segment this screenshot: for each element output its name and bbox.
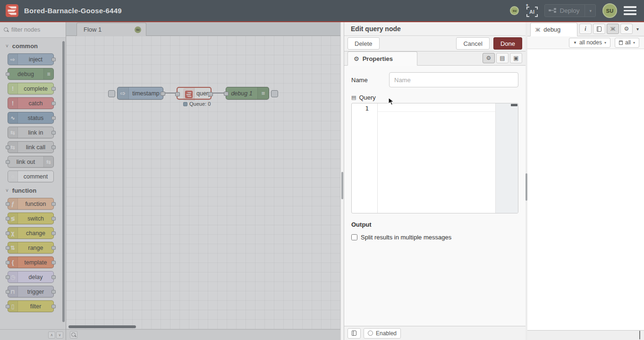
split-results-checkbox[interactable] bbox=[351, 234, 357, 240]
timestamp-icon: ⇨ bbox=[118, 87, 129, 99]
status-icon: ∿ bbox=[8, 112, 18, 123]
comment-icon: ○ bbox=[8, 171, 18, 182]
tab-description-button[interactable]: ▤ bbox=[496, 53, 508, 63]
output-port[interactable] bbox=[161, 92, 165, 96]
deploy-dropdown-chevron-icon[interactable]: ▾ bbox=[588, 8, 592, 13]
sidebar-config-button[interactable]: ⚙ bbox=[620, 24, 633, 34]
sidebar-info-button[interactable]: i bbox=[579, 24, 592, 34]
flow-node-query[interactable]: queryQueue: 0 bbox=[177, 87, 212, 100]
tab-properties-button[interactable]: ⚙ bbox=[483, 53, 495, 63]
palette-search[interactable] bbox=[0, 22, 66, 38]
palette-node-status[interactable]: ∿status bbox=[8, 112, 54, 124]
sidebar-help-button[interactable] bbox=[593, 24, 605, 34]
clear-all-label: all bbox=[625, 39, 631, 46]
palette-node-catch[interactable]: !catch bbox=[8, 97, 54, 109]
flow-node-label: debug 1 bbox=[226, 87, 257, 99]
flow-tab[interactable]: Flow 1 su bbox=[76, 23, 146, 36]
debug-sidebar: Ж debug i Ж ⚙ ▾ ▼ all nodes ▾ all ▾ bbox=[527, 22, 644, 340]
input-port[interactable] bbox=[175, 92, 180, 96]
palette-section-label: common bbox=[12, 42, 38, 50]
tab-properties[interactable]: ⚙ Properties bbox=[347, 51, 417, 66]
input-port bbox=[6, 202, 10, 206]
palette-expand-all-button[interactable]: ∨ bbox=[56, 332, 63, 339]
palette-node-switch[interactable]: ≶switch bbox=[8, 212, 54, 224]
sidebar-footer bbox=[527, 330, 644, 340]
output-port bbox=[51, 87, 56, 91]
canvas-horizontal-scrollbar[interactable] bbox=[68, 325, 136, 328]
debug-filter-nodes-button[interactable]: ▼ all nodes ▾ bbox=[569, 38, 610, 48]
tray-resize-handle[interactable] bbox=[340, 22, 344, 340]
palette-node-label: switch bbox=[18, 213, 53, 224]
palette-node-label: range bbox=[18, 242, 53, 253]
debug-filter-bar: ▼ all nodes ▾ all ▾ bbox=[527, 36, 644, 49]
query-code-editor[interactable]: 1 bbox=[351, 103, 518, 213]
workspace: Flow 1 su ⇨timestampqueryQueue: 0≡debug … bbox=[66, 22, 341, 340]
palette-node-function[interactable]: ƒfunction bbox=[8, 198, 54, 210]
palette-node-range[interactable]: ⇅range bbox=[8, 242, 54, 254]
node-status-badge: Queue: 0 bbox=[183, 101, 211, 107]
inject-icon: ⇨ bbox=[8, 54, 18, 65]
output-port bbox=[51, 261, 56, 264]
node-info-button[interactable] bbox=[347, 328, 361, 339]
filter-nodes-input[interactable] bbox=[11, 26, 62, 33]
catch-icon: ! bbox=[8, 98, 18, 109]
debug-toggle-button[interactable] bbox=[271, 90, 278, 97]
palette-node-link-in[interactable]: ⇆link in bbox=[8, 127, 54, 138]
cancel-button[interactable]: Cancel bbox=[456, 37, 489, 50]
document-icon: ▤ bbox=[500, 55, 505, 61]
palette-node-complete[interactable]: !complete bbox=[8, 83, 54, 94]
palette-collapse-all-button[interactable]: ∧ bbox=[48, 332, 55, 339]
done-button[interactable]: Done bbox=[493, 37, 522, 50]
palette-node-link-call[interactable]: ⇆link call bbox=[8, 141, 54, 153]
deploy-button[interactable]: Deploy ▾ bbox=[544, 4, 596, 17]
user-avatar[interactable]: SU bbox=[602, 3, 617, 18]
app-logo-icon[interactable] bbox=[6, 4, 18, 17]
palette-section-common: ˅common⇨inject≡debug!complete!catch∿stat… bbox=[0, 42, 66, 182]
debug-clear-button[interactable]: all ▾ bbox=[615, 38, 639, 48]
chevron-down-icon: ˅ bbox=[6, 188, 8, 193]
sidebar-tabs-dropdown-icon[interactable]: ▾ bbox=[634, 26, 641, 32]
input-port[interactable] bbox=[224, 92, 229, 96]
palette-node-change[interactable]: χchange bbox=[8, 227, 54, 239]
bug-icon: Ж bbox=[535, 27, 540, 33]
palette-node-link-out[interactable]: ⇆link out bbox=[8, 156, 54, 168]
input-port bbox=[6, 72, 10, 76]
flow-collaborator-badge: su bbox=[135, 26, 141, 33]
collaborator-avatar[interactable]: su bbox=[510, 6, 519, 15]
palette-node-label: catch bbox=[18, 98, 53, 109]
palette-node-delay[interactable]: ◷delay bbox=[8, 271, 54, 283]
ai-assistant-icon[interactable]: ✦ AI bbox=[525, 5, 538, 17]
palette-section-header-function[interactable]: ˅function bbox=[6, 187, 66, 194]
palette-node-filter[interactable]: ▯filter bbox=[8, 300, 54, 312]
palette-node-label: status bbox=[18, 112, 53, 123]
tab-appearance-button[interactable]: ▣ bbox=[510, 53, 522, 63]
flow-node-timestamp[interactable]: ⇨timestamp bbox=[117, 87, 163, 100]
inject-button[interactable] bbox=[108, 90, 115, 97]
main-menu-icon[interactable] bbox=[624, 6, 636, 15]
palette-node-comment[interactable]: ○comment bbox=[8, 170, 54, 182]
palette-node-template[interactable]: {template bbox=[8, 256, 54, 268]
name-input[interactable] bbox=[389, 72, 518, 87]
open-debug-window-button[interactable] bbox=[639, 331, 640, 340]
flow-node-debug-1[interactable]: ≡debug 1 bbox=[226, 87, 269, 100]
input-port bbox=[6, 145, 10, 149]
editor-minimap[interactable] bbox=[495, 103, 518, 213]
tab-debug[interactable]: Ж debug bbox=[530, 23, 577, 36]
palette-node-inject[interactable]: ⇨inject bbox=[8, 53, 54, 65]
canvas-search-button[interactable] bbox=[70, 331, 77, 339]
palette-node-label: function bbox=[18, 198, 53, 209]
output-port[interactable] bbox=[208, 92, 213, 96]
palette-scrollbar[interactable] bbox=[62, 41, 65, 322]
palette-section-header-common[interactable]: ˅common bbox=[6, 42, 66, 50]
palette-node-trigger[interactable]: ⊓trigger bbox=[8, 286, 54, 298]
output-port bbox=[51, 102, 56, 105]
palette-node-debug[interactable]: ≡debug bbox=[8, 68, 54, 80]
editor-text-area[interactable] bbox=[377, 103, 518, 213]
delete-button[interactable]: Delete bbox=[347, 37, 380, 50]
minimap-slider[interactable] bbox=[511, 104, 517, 106]
tray-footer: Enabled bbox=[344, 326, 525, 340]
enabled-toggle-button[interactable]: Enabled bbox=[364, 328, 401, 339]
mouse-cursor-icon bbox=[388, 97, 396, 106]
flow-canvas[interactable]: ⇨timestampqueryQueue: 0≡debug 1 bbox=[66, 36, 341, 329]
sidebar-debug-button[interactable]: Ж bbox=[607, 24, 619, 34]
